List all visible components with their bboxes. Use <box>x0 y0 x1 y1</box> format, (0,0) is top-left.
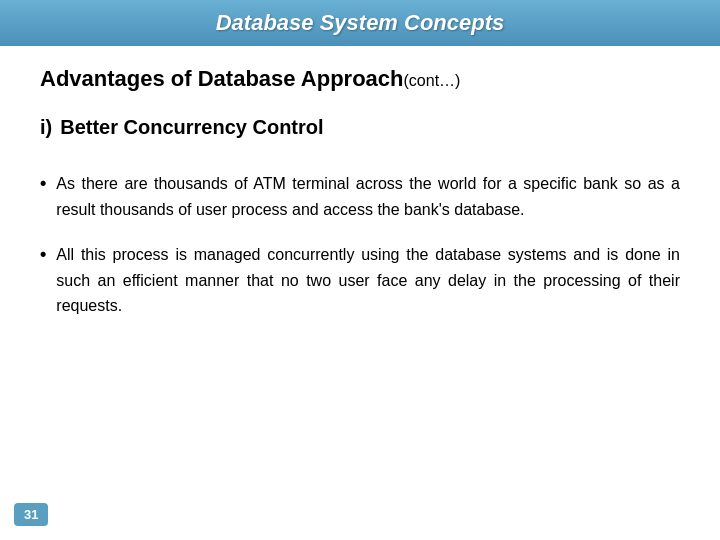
bullet-item-2: • All this process is managed concurrent… <box>40 242 680 319</box>
bullet-dot-2: • <box>40 244 46 265</box>
section-label: i) <box>40 116 52 139</box>
page-number-badge: 31 <box>14 503 48 526</box>
main-content: Advantages of Database Approach(cont…) i… <box>0 46 720 359</box>
section-heading: Better Concurrency Control <box>60 116 323 139</box>
page-subtitle: Advantages of Database Approach(cont…) <box>40 66 680 92</box>
header-bar: Database System Concepts <box>0 0 720 46</box>
bullet-item-1: • As there are thousands of ATM terminal… <box>40 171 680 222</box>
bullet-text-1: As there are thousands of ATM terminal a… <box>56 171 680 222</box>
header-title: Database System Concepts <box>216 10 505 35</box>
bullet-dot-1: • <box>40 173 46 194</box>
subtitle-cont: (cont…) <box>404 72 461 89</box>
subtitle-text: Advantages of Database Approach <box>40 66 404 91</box>
bullet-text-2: All this process is managed concurrently… <box>56 242 680 319</box>
